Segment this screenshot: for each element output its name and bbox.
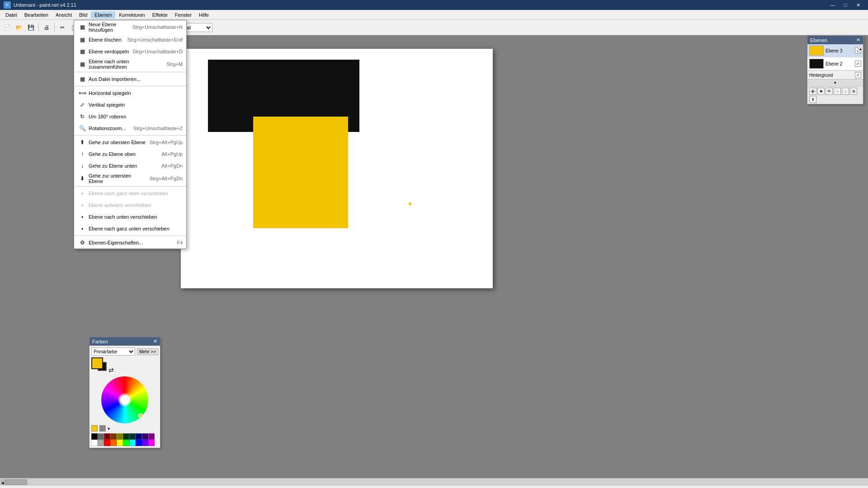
background-label: Hintergrund <box>809 73 855 78</box>
menu-nach-unten[interactable]: ▪ Ebene nach unten verschieben <box>74 211 186 223</box>
gehe-oberste-label: Gehe zur obersten Ebene <box>89 140 146 145</box>
menu-rotieren[interactable]: ↻ Um 180° rotieren <box>74 111 186 122</box>
palette-black[interactable] <box>91 433 98 440</box>
menu-gehe-unten[interactable]: ↓ Gehe zu Ebene unten Alt+PgDn <box>74 160 186 172</box>
gehe-oben-shortcut: Alt+PgUp <box>161 151 183 157</box>
layers-duplicate-btn[interactable]: ⧉ <box>826 88 833 95</box>
menu-ansicht[interactable]: Ansicht <box>52 11 75 19</box>
titlebar-controls[interactable]: — □ ✕ <box>826 0 864 10</box>
palette-white[interactable] <box>91 440 98 446</box>
menu-ebene-loeschen[interactable]: ▦ Ebene löschen Strg+Umschalttaste+Entf <box>74 35 186 46</box>
layers-prop-btn[interactable]: ⚙ <box>850 88 857 95</box>
palette-cyan[interactable] <box>129 440 136 446</box>
layers-scroll-down[interactable]: ▼ <box>807 79 863 86</box>
palette-darkyellow[interactable] <box>117 433 123 440</box>
palette-green[interactable] <box>123 440 129 446</box>
ebene-zusammenfuehren-icon: ▦ <box>78 60 87 69</box>
ebene-verdoppeln-shortcut: Strg+Umschalttaste+D <box>132 49 183 54</box>
palette-lightgray[interactable] <box>98 440 104 446</box>
menu-eigenschaften[interactable]: ⚙ Ebenen-Eigenschaften... F4 <box>74 237 186 249</box>
print-button[interactable]: 🖨 <box>41 22 52 33</box>
color-wheel[interactable] <box>101 376 148 423</box>
menu-datei[interactable]: Datei <box>2 11 21 19</box>
maximize-button[interactable]: □ <box>839 0 852 10</box>
palette-darkblue[interactable] <box>136 433 142 440</box>
layers-delete-btn[interactable]: ✖ <box>817 88 825 95</box>
layers-up-btn[interactable]: ↑ <box>834 88 841 95</box>
hue-dropdown-button[interactable]: ▾ <box>108 426 110 431</box>
palette-gray[interactable] <box>98 433 104 440</box>
menu-hilfe[interactable]: Hilfe <box>195 11 212 19</box>
layer-2-visibility[interactable]: ✓ <box>855 61 861 67</box>
hscroll-thumb[interactable] <box>5 479 27 485</box>
colors-title: Farben <box>92 339 108 344</box>
palette-darkgreen[interactable] <box>123 433 129 440</box>
layers-merge-btn[interactable]: ⬇ <box>809 96 816 103</box>
palette-red[interactable] <box>104 440 110 446</box>
layer-3-row[interactable]: Ebene 3 ✓ <box>807 44 863 57</box>
layers-close-button[interactable]: ✕ <box>856 37 860 43</box>
layers-title: Ebenen <box>810 38 827 43</box>
menu-horizontal-spiegeln[interactable]: ⟺ Horizontal spiegeln <box>74 87 186 99</box>
app-icon: P <box>4 1 11 9</box>
sep-a <box>74 72 186 72</box>
palette-violet[interactable] <box>142 440 148 446</box>
layer-2-thumbnail <box>809 59 824 69</box>
layers-add-btn[interactable]: ➕ <box>809 88 816 95</box>
sep-b <box>74 86 186 86</box>
menu-bearbeiten[interactable]: Bearbeiten <box>21 11 52 19</box>
menu-gehe-oben[interactable]: ↑ Gehe zu Ebene oben Alt+PgUp <box>74 148 186 160</box>
colors-more-button[interactable]: Mehr >> <box>137 348 158 355</box>
menu-vertikal-spiegeln[interactable]: ⤢ Vertikal spiegeln <box>74 99 186 111</box>
open-button[interactable]: 📂 <box>14 22 24 33</box>
gehe-unterste-label: Gehe zur untersten Ebene <box>89 173 146 184</box>
menu-korrekturen[interactable]: Korrekturen <box>115 11 148 19</box>
titlebar-title: Unbenant - paint.net v4.2.11 <box>14 2 76 8</box>
menu-ebene-verdoppeln[interactable]: ▦ Ebene verdoppeln Strg+Umschalttaste+D <box>74 46 186 57</box>
canvas[interactable] <box>181 49 493 288</box>
menu-ganz-oben: ▪ Ebene nach ganz oben verschieben <box>74 188 186 199</box>
menu-effekte[interactable]: Effekte <box>149 11 171 19</box>
close-button[interactable]: ✕ <box>852 0 864 10</box>
primary-color[interactable] <box>91 357 103 369</box>
palette-blue[interactable] <box>136 440 142 446</box>
menu-fenster[interactable]: Fenster <box>171 11 195 19</box>
palette-darkred[interactable] <box>104 433 110 440</box>
hscrollbar[interactable]: ◂ <box>0 478 868 485</box>
palette-darkmagenta[interactable] <box>148 433 155 440</box>
horizontal-label: Horizontal spiegeln <box>89 90 179 96</box>
ebene-verdoppeln-icon: ▦ <box>78 47 87 56</box>
menu-ganz-unten[interactable]: ▪ Ebene nach ganz unten verschieben <box>74 223 186 235</box>
layers-scroll-up[interactable]: ▲ <box>858 46 863 53</box>
layers-down-btn[interactable]: ↓ <box>842 88 849 95</box>
palette-darkorange[interactable] <box>110 433 117 440</box>
menu-rotationszoom[interactable]: 🔍 Rotationszoom... Strg+Umschalttaste+Z <box>74 122 186 134</box>
menu-gehe-unterste[interactable]: ⬇ Gehe zur untersten Ebene Strg+Alt+PgDn <box>74 172 186 185</box>
colors-close-button[interactable]: ✕ <box>153 338 157 344</box>
statusbar: Klicken Sie zum Zeichnen von Freihandlin… <box>0 485 868 488</box>
minimize-button[interactable]: — <box>826 0 839 10</box>
cut-button[interactable]: ✂ <box>57 22 68 33</box>
palette-darkteal[interactable] <box>129 433 136 440</box>
menu-gehe-oberste[interactable]: ⬆ Gehe zur obersten Ebene Strg+Alt+PgUp <box>74 136 186 148</box>
color-palette <box>91 433 159 446</box>
eigenschaften-label: Ebenen-Eigenschaften... <box>89 240 173 245</box>
menu-ebene-zusammenfuehren[interactable]: ▦ Ebene nach unten zusammenführen Strg+M <box>74 57 186 71</box>
layer-2-row[interactable]: Ebene 2 ✓ <box>807 57 863 70</box>
palette-darkpurple[interactable] <box>142 433 148 440</box>
menu-ebenen[interactable]: Ebenen <box>91 11 115 19</box>
canvas-area[interactable]: ▦ Neue Ebene hinzufügen Strg+Umschalttas… <box>0 35 868 478</box>
menu-aus-datei[interactable]: ▦ Aus Datei importieren... <box>74 73 186 85</box>
menu-bild[interactable]: Bild <box>75 11 91 19</box>
palette-yellow[interactable] <box>117 440 123 446</box>
palette-magenta[interactable] <box>148 440 155 446</box>
palette-orange[interactable] <box>110 440 117 446</box>
background-visibility[interactable]: ✓ <box>855 72 861 78</box>
hscroll-left[interactable]: ◂ <box>1 479 4 485</box>
swap-colors-button[interactable]: ⇄ <box>108 366 114 374</box>
sep1 <box>38 23 39 32</box>
colors-mode-select[interactable]: Primärfarbe Sekundärfarbe <box>91 347 135 356</box>
save-button[interactable]: 💾 <box>25 22 36 33</box>
rotieren-label: Um 180° rotieren <box>89 114 179 119</box>
new-button[interactable]: 📄 <box>2 22 13 33</box>
